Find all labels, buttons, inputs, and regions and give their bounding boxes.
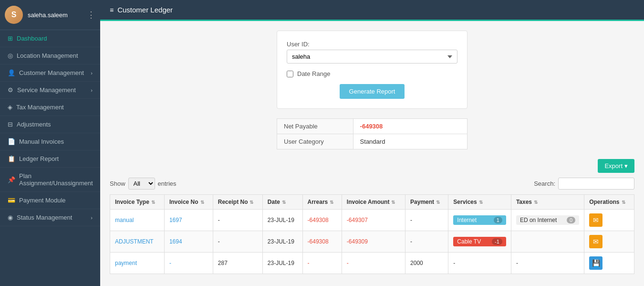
chevron-right-icon: › <box>91 87 93 93</box>
invoice-no-cell: 1697 <box>164 210 213 231</box>
customer-icon: 👤 <box>8 69 15 76</box>
adjustments-icon: ⊟ <box>8 121 13 128</box>
date-cell: 23-JUL-19 <box>262 253 302 274</box>
entries-select[interactable]: All 10 25 50 100 <box>128 178 155 190</box>
service-cell: Cable TV-1 <box>448 231 511 253</box>
col-invoice-no: Invoice No⇅ <box>164 195 213 210</box>
invoice-type-cell: ADJUSTMENT <box>110 231 165 253</box>
sort-icon: ⇅ <box>200 200 204 205</box>
sidebar-item-ledger[interactable]: 📋 Ledger Report <box>0 150 100 168</box>
tax-badge[interactable]: ED on Internet0 <box>516 215 579 225</box>
generate-report-button[interactable]: Generate Report <box>340 84 405 99</box>
sort-icon: ⇅ <box>282 200 286 205</box>
table-header-row: Invoice Type⇅ Invoice No⇅ Receipt No⇅ Da… <box>110 195 634 210</box>
plan-icon: 📌 <box>8 176 15 183</box>
sidebar-item-label: Adjustments <box>17 121 51 128</box>
menu-icon: ≡ <box>110 6 114 14</box>
search-input[interactable] <box>558 178 634 190</box>
col-arrears: Arrears⇅ <box>302 195 342 210</box>
date-range-checkbox[interactable] <box>287 71 293 77</box>
date-cell: 23-JUL-19 <box>262 231 302 253</box>
invoice-no-cell: 1694 <box>164 231 213 253</box>
user-category-label: User Category <box>277 134 353 149</box>
sort-icon: ⇅ <box>391 200 395 205</box>
col-services: Services⇅ <box>448 195 511 210</box>
sidebar-item-customer[interactable]: 👤 Customer Management › <box>0 64 100 82</box>
invoice-no-link[interactable]: 1694 <box>169 238 182 245</box>
sidebar-item-label: Location Management <box>17 52 78 59</box>
payment-cell: 2000 <box>405 253 448 274</box>
action-button[interactable]: ✉ <box>589 213 602 227</box>
date-range-row: Date Range <box>287 70 457 77</box>
tax-icon: ◈ <box>8 104 12 111</box>
col-invoice-amount: Invoice Amount⇅ <box>342 195 405 210</box>
receipt-no-cell: 287 <box>213 253 262 274</box>
sidebar-item-label: Plan Assignment/Unassignment <box>19 172 93 187</box>
sidebar-item-tax[interactable]: ◈ Tax Management <box>0 99 100 116</box>
page-title-text: Customer Ledger <box>117 6 173 14</box>
sort-icon: ⇅ <box>151 200 155 205</box>
sidebar-item-label: Customer Management <box>19 69 84 76</box>
export-row: Export ▾ <box>110 159 634 173</box>
service-cell: Internet1 <box>448 210 511 231</box>
export-label: Export <box>604 162 623 169</box>
action-button[interactable]: ✉ <box>589 235 602 248</box>
invoice-type-link[interactable]: payment <box>115 260 137 266</box>
report-form: User ID: saleha Date Range Generate Repo… <box>277 31 467 109</box>
net-payable-label: Net Payable <box>277 119 353 134</box>
sidebar-item-label: Dashboard <box>17 35 47 42</box>
export-button[interactable]: Export ▾ <box>598 159 634 173</box>
sidebar-item-payment[interactable]: 💳 Payment Module <box>0 192 100 209</box>
invoice-amount-value: -649309 <box>347 238 368 245</box>
date-range-label[interactable]: Date Range <box>297 70 330 77</box>
sort-icon: ⇅ <box>330 200 333 205</box>
date-cell: 23-JUL-19 <box>262 210 302 231</box>
tax-cell: - <box>511 253 584 274</box>
invoice-no-link[interactable]: 1697 <box>169 217 182 223</box>
user-id-select[interactable]: saleha <box>287 50 457 64</box>
ledger-icon: 📋 <box>8 155 15 162</box>
location-icon: ◎ <box>8 52 13 59</box>
sidebar-item-dashboard[interactable]: ⊞ Dashboard <box>0 30 100 47</box>
service-icon: ⚙ <box>8 86 13 94</box>
invoice-type-link[interactable]: manual <box>115 217 134 223</box>
invoice-amount-value: -649307 <box>347 217 368 223</box>
show-entries: Show All 10 25 50 100 entries <box>110 178 177 190</box>
content-area: User ID: saleha Date Range Generate Repo… <box>100 21 644 286</box>
sidebar-item-status[interactable]: ◉ Status Management › <box>0 209 100 226</box>
invoice-icon: 📄 <box>8 138 15 145</box>
service-badge[interactable]: Internet1 <box>453 215 506 225</box>
sidebar-item-label: Manual Invoices <box>19 138 64 145</box>
entries-label: entries <box>158 180 177 187</box>
invoice-no-link[interactable]: - <box>169 260 171 266</box>
table-body: manual 1697 - 23-JUL-19 -649308 -649307 … <box>110 210 634 274</box>
action-button[interactable]: 💾 <box>589 256 602 270</box>
sidebar-item-manual-invoices[interactable]: 📄 Manual Invoices <box>0 133 100 150</box>
invoice-amount-cell: -649309 <box>342 231 405 253</box>
user-id-label: User ID: <box>287 41 457 48</box>
invoice-amount-cell: -649307 <box>342 210 405 231</box>
tax-count: 0 <box>567 217 575 223</box>
arrears-value: -649308 <box>308 217 329 223</box>
sidebar-dots-icon[interactable]: ⋮ <box>87 10 95 20</box>
invoice-type-cell: payment <box>110 253 165 274</box>
service-cell: - <box>448 253 511 274</box>
col-taxes: Taxes⇅ <box>511 195 584 210</box>
arrears-cell: -649308 <box>302 210 342 231</box>
operations-cell: 💾 <box>584 253 634 274</box>
sidebar-item-adjustments[interactable]: ⊟ Adjustments <box>0 116 100 133</box>
sidebar-item-location[interactable]: ◎ Location Management <box>0 47 100 64</box>
service-badge[interactable]: Cable TV-1 <box>453 237 506 246</box>
operations-cell: ✉ <box>584 210 634 231</box>
col-payment: Payment⇅ <box>405 195 448 210</box>
net-payable-value: -649308 <box>353 119 467 134</box>
arrears-cell: - <box>302 253 342 274</box>
summary-row-user-category: User Category Standard <box>277 134 467 149</box>
sidebar-item-label: Status Management <box>17 214 72 221</box>
chevron-down-icon: ▾ <box>624 162 628 169</box>
sidebar-item-plan[interactable]: 📌 Plan Assignment/Unassignment <box>0 168 100 192</box>
sidebar-item-service[interactable]: ⚙ Service Management › <box>0 82 100 99</box>
status-icon: ◉ <box>8 214 13 221</box>
sidebar: S saleha.saleem ⋮ ⊞ Dashboard ◎ Location… <box>0 0 100 286</box>
invoice-type-link[interactable]: ADJUSTMENT <box>115 238 154 245</box>
